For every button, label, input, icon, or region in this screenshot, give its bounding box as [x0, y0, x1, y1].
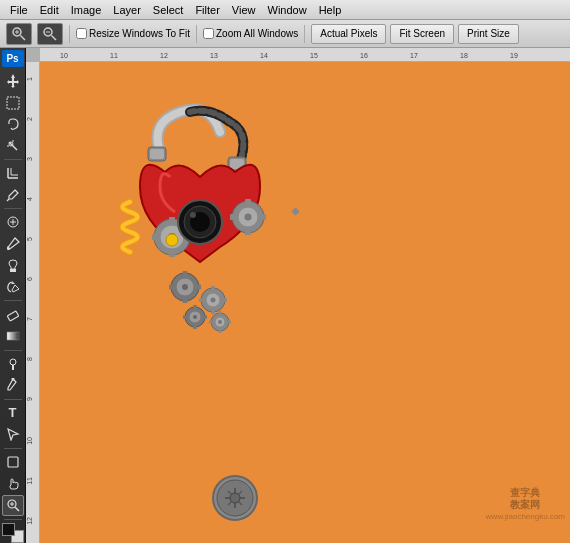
crop-tool[interactable]: [2, 163, 24, 184]
svg-point-66: [193, 315, 197, 319]
eraser-tool[interactable]: [2, 304, 24, 325]
ruler-left: 1 2 3 4 5 6 7 8 9 10 11 12: [26, 62, 40, 543]
zoom-tool-icon[interactable]: [6, 23, 32, 45]
canvas[interactable]: 查字典 教案网 www.jiaochengku.com: [40, 62, 570, 543]
watermark: 查字典 教案网 www.jiaochengku.com: [486, 487, 565, 523]
svg-rect-45: [291, 207, 299, 215]
svg-rect-68: [203, 315, 207, 319]
menu-file[interactable]: File: [4, 0, 34, 20]
path-select-tool[interactable]: [2, 424, 24, 445]
zoom-out-icon[interactable]: [37, 23, 63, 45]
dodge-tool[interactable]: [2, 354, 24, 375]
svg-point-49: [190, 212, 196, 218]
menu-select[interactable]: Select: [147, 0, 190, 20]
resize-windows-input[interactable]: [76, 28, 87, 39]
svg-point-22: [7, 247, 10, 250]
foreground-color-swatch[interactable]: [2, 523, 15, 536]
svg-rect-84: [245, 230, 251, 235]
magic-wand-tool[interactable]: [2, 136, 24, 157]
menu-image[interactable]: Image: [65, 0, 108, 20]
heart-svg: [100, 92, 300, 392]
history-brush-tool[interactable]: [2, 277, 24, 298]
magic-wand-icon: [6, 139, 20, 153]
pen-tool[interactable]: [2, 375, 24, 396]
print-size-button[interactable]: Print Size: [458, 24, 519, 44]
lasso-tool[interactable]: [2, 114, 24, 135]
svg-rect-53: [169, 285, 174, 290]
actual-pixels-button[interactable]: Actual Pixels: [311, 24, 386, 44]
separator-3: [304, 25, 305, 43]
zoom-all-input[interactable]: [203, 28, 214, 39]
rect-selection-tool[interactable]: [2, 92, 24, 113]
menu-layer[interactable]: Layer: [107, 0, 147, 20]
type-tool[interactable]: T: [2, 403, 24, 424]
zoom-tool[interactable]: [2, 495, 24, 516]
eyedropper-tool[interactable]: [2, 185, 24, 206]
svg-rect-77: [219, 329, 222, 333]
color-swatches[interactable]: [2, 523, 24, 544]
gradient-icon: [6, 329, 20, 343]
svg-rect-82: [261, 214, 266, 220]
ruler-tick-10: 10: [60, 52, 68, 59]
svg-line-31: [15, 507, 19, 511]
move-tool[interactable]: [2, 71, 24, 92]
stamp-tool[interactable]: [2, 255, 24, 276]
svg-rect-44: [169, 251, 175, 257]
svg-marker-7: [7, 74, 19, 88]
ruler-tick-18: 18: [460, 52, 468, 59]
svg-point-92: [230, 493, 240, 503]
tool-separator-7: [4, 519, 22, 520]
ruler-tick-16: 16: [360, 52, 368, 59]
eraser-icon: [6, 308, 20, 322]
ruler-ltick-2: 2: [26, 117, 39, 121]
ruler-top: 10 11 12 13 14 15 16 17 18 19: [40, 48, 570, 62]
menu-view[interactable]: View: [226, 0, 262, 20]
drain-svg: [210, 473, 260, 523]
drain-illustration: [210, 473, 250, 513]
svg-rect-55: [183, 271, 188, 276]
menu-filter[interactable]: Filter: [189, 0, 225, 20]
svg-point-80: [245, 214, 252, 221]
svg-rect-25: [7, 332, 19, 340]
tool-separator-6: [4, 448, 22, 449]
ruler-ltick-4: 4: [26, 197, 39, 201]
magnify-minus-icon: [42, 26, 58, 42]
svg-line-1: [21, 35, 26, 40]
svg-line-5: [52, 35, 57, 40]
magnify-icon: [11, 26, 27, 42]
fit-screen-button[interactable]: Fit Screen: [390, 24, 454, 44]
heart-illustration: [100, 92, 280, 372]
toolbox: Ps: [0, 48, 26, 543]
heal-tool[interactable]: [2, 212, 24, 233]
ruler-tick-12: 12: [160, 52, 168, 59]
svg-rect-54: [196, 285, 201, 290]
menu-help[interactable]: Help: [313, 0, 348, 20]
svg-rect-70: [193, 325, 197, 329]
svg-rect-62: [211, 286, 215, 290]
svg-rect-23: [10, 269, 16, 272]
svg-rect-43: [169, 217, 175, 223]
brush-tool[interactable]: [2, 234, 24, 255]
watermark-line3: www.jiaochengku.com: [486, 511, 565, 523]
heal-icon: [6, 215, 20, 229]
menu-edit[interactable]: Edit: [34, 0, 65, 20]
ruler-tick-15: 15: [310, 52, 318, 59]
gradient-tool[interactable]: [2, 326, 24, 347]
ruler-ltick-3: 3: [26, 157, 39, 161]
zoom-all-windows-checkbox[interactable]: Zoom All Windows: [203, 28, 298, 39]
svg-rect-60: [199, 298, 203, 302]
hand-tool[interactable]: [2, 473, 24, 494]
svg-point-85: [166, 234, 178, 246]
watermark-line1: 查字典: [486, 487, 565, 499]
lasso-icon: [6, 117, 20, 131]
brush-icon: [6, 237, 20, 251]
ruler-tick-14: 14: [260, 52, 268, 59]
menu-window[interactable]: Window: [262, 0, 313, 20]
ruler-ltick-5: 5: [26, 237, 39, 241]
svg-rect-75: [227, 321, 231, 324]
shape-tool[interactable]: [2, 452, 24, 473]
watermark-line2: 教案网: [486, 499, 565, 511]
type-icon: T: [9, 405, 17, 420]
resize-windows-checkbox[interactable]: Resize Windows To Fit: [76, 28, 190, 39]
svg-rect-41: [152, 234, 158, 240]
